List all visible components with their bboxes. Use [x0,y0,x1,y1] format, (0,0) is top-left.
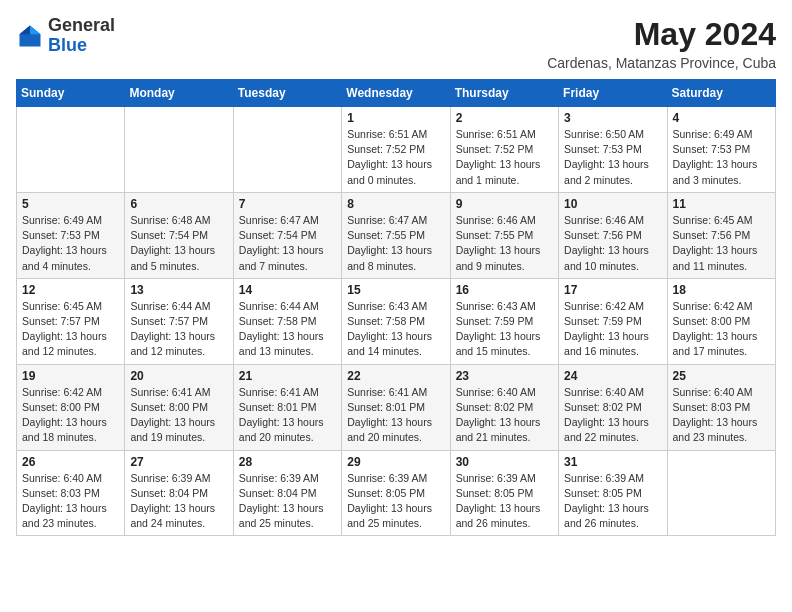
day-number: 3 [564,111,661,125]
day-info: Sunrise: 6:42 AMSunset: 8:00 PMDaylight:… [673,299,770,360]
day-info: Sunrise: 6:39 AMSunset: 8:05 PMDaylight:… [347,471,444,532]
day-info: Sunrise: 6:39 AMSunset: 8:04 PMDaylight:… [239,471,336,532]
day-info: Sunrise: 6:50 AMSunset: 7:53 PMDaylight:… [564,127,661,188]
day-number: 17 [564,283,661,297]
calendar-day-cell: 6Sunrise: 6:48 AMSunset: 7:54 PMDaylight… [125,192,233,278]
calendar-day-cell: 18Sunrise: 6:42 AMSunset: 8:00 PMDayligh… [667,278,775,364]
day-of-week-header: Saturday [667,80,775,107]
day-number: 15 [347,283,444,297]
calendar-day-cell: 11Sunrise: 6:45 AMSunset: 7:56 PMDayligh… [667,192,775,278]
calendar-day-cell: 29Sunrise: 6:39 AMSunset: 8:05 PMDayligh… [342,450,450,536]
day-info: Sunrise: 6:41 AMSunset: 8:01 PMDaylight:… [347,385,444,446]
day-info: Sunrise: 6:51 AMSunset: 7:52 PMDaylight:… [347,127,444,188]
day-info: Sunrise: 6:40 AMSunset: 8:02 PMDaylight:… [564,385,661,446]
calendar-day-cell: 12Sunrise: 6:45 AMSunset: 7:57 PMDayligh… [17,278,125,364]
day-number: 18 [673,283,770,297]
day-number: 14 [239,283,336,297]
day-of-week-header: Thursday [450,80,558,107]
day-number: 31 [564,455,661,469]
day-info: Sunrise: 6:51 AMSunset: 7:52 PMDaylight:… [456,127,553,188]
calendar-day-cell: 13Sunrise: 6:44 AMSunset: 7:57 PMDayligh… [125,278,233,364]
day-number: 29 [347,455,444,469]
day-number: 19 [22,369,119,383]
calendar-day-cell: 28Sunrise: 6:39 AMSunset: 8:04 PMDayligh… [233,450,341,536]
calendar-day-cell: 5Sunrise: 6:49 AMSunset: 7:53 PMDaylight… [17,192,125,278]
calendar-day-cell: 24Sunrise: 6:40 AMSunset: 8:02 PMDayligh… [559,364,667,450]
calendar-day-cell: 21Sunrise: 6:41 AMSunset: 8:01 PMDayligh… [233,364,341,450]
calendar-day-cell: 17Sunrise: 6:42 AMSunset: 7:59 PMDayligh… [559,278,667,364]
day-number: 10 [564,197,661,211]
day-number: 16 [456,283,553,297]
calendar-day-cell: 30Sunrise: 6:39 AMSunset: 8:05 PMDayligh… [450,450,558,536]
day-number: 1 [347,111,444,125]
day-info: Sunrise: 6:43 AMSunset: 7:59 PMDaylight:… [456,299,553,360]
day-number: 20 [130,369,227,383]
day-info: Sunrise: 6:44 AMSunset: 7:58 PMDaylight:… [239,299,336,360]
logo-icon [16,22,44,50]
svg-marker-2 [20,25,31,34]
svg-marker-1 [30,25,41,34]
day-info: Sunrise: 6:49 AMSunset: 7:53 PMDaylight:… [673,127,770,188]
calendar-day-cell: 25Sunrise: 6:40 AMSunset: 8:03 PMDayligh… [667,364,775,450]
day-info: Sunrise: 6:41 AMSunset: 8:01 PMDaylight:… [239,385,336,446]
calendar-week-row: 5Sunrise: 6:49 AMSunset: 7:53 PMDaylight… [17,192,776,278]
calendar-day-cell: 14Sunrise: 6:44 AMSunset: 7:58 PMDayligh… [233,278,341,364]
calendar-day-cell: 3Sunrise: 6:50 AMSunset: 7:53 PMDaylight… [559,107,667,193]
day-info: Sunrise: 6:42 AMSunset: 7:59 PMDaylight:… [564,299,661,360]
calendar-day-cell: 9Sunrise: 6:46 AMSunset: 7:55 PMDaylight… [450,192,558,278]
day-info: Sunrise: 6:47 AMSunset: 7:54 PMDaylight:… [239,213,336,274]
day-info: Sunrise: 6:40 AMSunset: 8:03 PMDaylight:… [673,385,770,446]
day-info: Sunrise: 6:46 AMSunset: 7:56 PMDaylight:… [564,213,661,274]
calendar-day-cell [233,107,341,193]
day-number: 12 [22,283,119,297]
day-number: 6 [130,197,227,211]
calendar-day-cell: 19Sunrise: 6:42 AMSunset: 8:00 PMDayligh… [17,364,125,450]
day-info: Sunrise: 6:47 AMSunset: 7:55 PMDaylight:… [347,213,444,274]
day-number: 28 [239,455,336,469]
day-info: Sunrise: 6:40 AMSunset: 8:03 PMDaylight:… [22,471,119,532]
day-number: 26 [22,455,119,469]
title-block: May 2024 Cardenas, Matanzas Province, Cu… [547,16,776,71]
logo: General Blue [16,16,115,56]
calendar-week-row: 12Sunrise: 6:45 AMSunset: 7:57 PMDayligh… [17,278,776,364]
calendar-day-cell: 7Sunrise: 6:47 AMSunset: 7:54 PMDaylight… [233,192,341,278]
day-number: 11 [673,197,770,211]
calendar-week-row: 1Sunrise: 6:51 AMSunset: 7:52 PMDaylight… [17,107,776,193]
day-number: 7 [239,197,336,211]
day-number: 8 [347,197,444,211]
day-number: 22 [347,369,444,383]
day-info: Sunrise: 6:48 AMSunset: 7:54 PMDaylight:… [130,213,227,274]
calendar-day-cell: 2Sunrise: 6:51 AMSunset: 7:52 PMDaylight… [450,107,558,193]
calendar-day-cell: 27Sunrise: 6:39 AMSunset: 8:04 PMDayligh… [125,450,233,536]
calendar-day-cell: 31Sunrise: 6:39 AMSunset: 8:05 PMDayligh… [559,450,667,536]
calendar-week-row: 19Sunrise: 6:42 AMSunset: 8:00 PMDayligh… [17,364,776,450]
calendar-day-cell [125,107,233,193]
day-info: Sunrise: 6:45 AMSunset: 7:56 PMDaylight:… [673,213,770,274]
calendar-day-cell [667,450,775,536]
location-subtitle: Cardenas, Matanzas Province, Cuba [547,55,776,71]
calendar-day-cell: 10Sunrise: 6:46 AMSunset: 7:56 PMDayligh… [559,192,667,278]
calendar-week-row: 26Sunrise: 6:40 AMSunset: 8:03 PMDayligh… [17,450,776,536]
day-number: 13 [130,283,227,297]
calendar-day-cell [17,107,125,193]
calendar-header-row: SundayMondayTuesdayWednesdayThursdayFrid… [17,80,776,107]
day-info: Sunrise: 6:39 AMSunset: 8:04 PMDaylight:… [130,471,227,532]
day-of-week-header: Monday [125,80,233,107]
day-info: Sunrise: 6:40 AMSunset: 8:02 PMDaylight:… [456,385,553,446]
day-info: Sunrise: 6:43 AMSunset: 7:58 PMDaylight:… [347,299,444,360]
logo-text: General Blue [48,16,115,56]
day-info: Sunrise: 6:46 AMSunset: 7:55 PMDaylight:… [456,213,553,274]
day-info: Sunrise: 6:39 AMSunset: 8:05 PMDaylight:… [456,471,553,532]
day-of-week-header: Tuesday [233,80,341,107]
day-number: 23 [456,369,553,383]
day-info: Sunrise: 6:45 AMSunset: 7:57 PMDaylight:… [22,299,119,360]
calendar-day-cell: 23Sunrise: 6:40 AMSunset: 8:02 PMDayligh… [450,364,558,450]
calendar-day-cell: 15Sunrise: 6:43 AMSunset: 7:58 PMDayligh… [342,278,450,364]
calendar-day-cell: 16Sunrise: 6:43 AMSunset: 7:59 PMDayligh… [450,278,558,364]
calendar-day-cell: 8Sunrise: 6:47 AMSunset: 7:55 PMDaylight… [342,192,450,278]
day-info: Sunrise: 6:44 AMSunset: 7:57 PMDaylight:… [130,299,227,360]
day-number: 5 [22,197,119,211]
day-info: Sunrise: 6:49 AMSunset: 7:53 PMDaylight:… [22,213,119,274]
calendar-day-cell: 22Sunrise: 6:41 AMSunset: 8:01 PMDayligh… [342,364,450,450]
day-of-week-header: Friday [559,80,667,107]
